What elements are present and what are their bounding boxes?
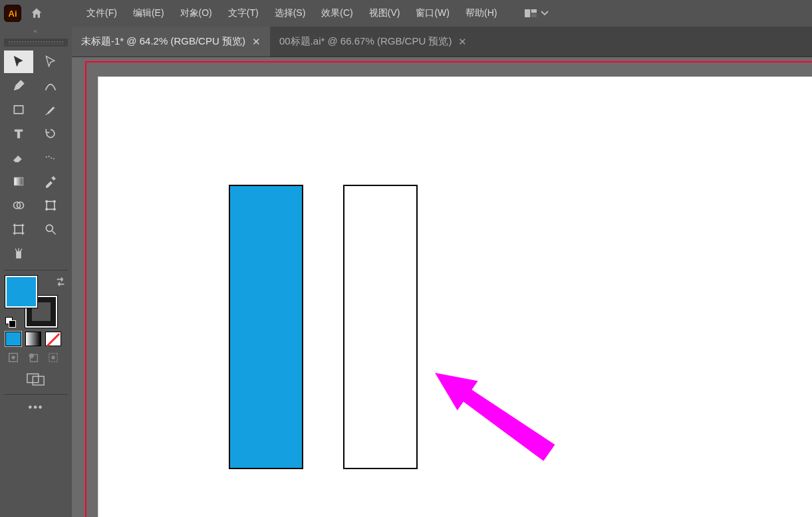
toolbox: « (0, 27, 72, 517)
tool-artboard[interactable] (4, 218, 33, 241)
app-icon: Ai (4, 5, 21, 22)
toolbox-collapse-handle[interactable]: « (0, 27, 72, 36)
menu-type[interactable]: 文字(T) (220, 5, 267, 22)
document-tab-label: 未标题-1* @ 64.2% (RGB/CPU 预览) (81, 35, 245, 48)
menu-edit[interactable]: 编辑(E) (125, 5, 172, 22)
toolbox-divider (4, 270, 68, 270)
draw-inside-icon[interactable] (45, 350, 61, 365)
edit-toolbar-button[interactable]: ••• (0, 397, 72, 420)
menu-window[interactable]: 窗口(W) (408, 5, 458, 22)
svg-point-18 (29, 354, 34, 358)
tool-zoom[interactable] (36, 218, 65, 241)
menu-file[interactable]: 文件(F) (78, 5, 125, 22)
tool-paintbrush[interactable] (36, 98, 65, 121)
artboard (98, 77, 812, 517)
tool-eraser[interactable] (4, 146, 33, 169)
document-tab-2[interactable]: 00标题.ai* @ 66.67% (RGB/CPU 预览) ✕ (270, 27, 476, 56)
tool-type[interactable] (4, 122, 33, 145)
tool-width[interactable] (36, 146, 65, 169)
svg-point-20 (51, 356, 55, 359)
tool-eyedropper[interactable] (36, 170, 65, 193)
svg-rect-0 (525, 9, 530, 17)
svg-rect-1 (531, 9, 537, 13)
tool-free-transform[interactable] (36, 194, 65, 217)
close-icon[interactable]: ✕ (458, 36, 467, 48)
svg-point-9 (53, 201, 55, 203)
svg-point-10 (46, 208, 48, 210)
menu-object[interactable]: 对象(O) (172, 5, 220, 22)
svg-point-13 (46, 225, 53, 231)
main-area: 未标题-1* @ 64.2% (RGB/CPU 预览) ✕ 00标题.ai* @… (72, 27, 812, 517)
document-tab-1[interactable]: 未标题-1* @ 64.2% (RGB/CPU 预览) ✕ (72, 27, 270, 56)
menubar: Ai 文件(F) 编辑(E) 对象(O) 文字(T) 选择(S) 效果(C) 视… (0, 0, 812, 27)
tool-shape-builder[interactable] (4, 194, 33, 217)
draw-behind-icon[interactable] (25, 350, 41, 365)
tool-rectangle[interactable] (4, 98, 33, 121)
none-mode-swatch[interactable] (45, 332, 61, 346)
tool-curvature[interactable] (36, 74, 65, 97)
tool-gradient[interactable] (4, 170, 33, 193)
svg-rect-12 (15, 225, 23, 233)
document-tab-label: 00标题.ai* @ 66.67% (RGB/CPU 预览) (279, 35, 452, 48)
shape-rectangle-blue[interactable] (229, 185, 303, 469)
menu-effect[interactable]: 效果(C) (313, 5, 360, 22)
svg-rect-3 (14, 106, 23, 114)
tool-symbol-sprayer[interactable] (4, 242, 33, 264)
shape-rectangle-white[interactable] (343, 185, 418, 469)
toolbox-divider-2 (4, 394, 68, 395)
swap-fill-stroke-icon[interactable] (55, 276, 67, 288)
close-icon[interactable]: ✕ (252, 36, 261, 48)
menu-help[interactable]: 帮助(H) (458, 5, 505, 22)
fill-swatch[interactable] (5, 276, 37, 308)
menu-select[interactable]: 选择(S) (267, 5, 314, 22)
default-fill-stroke-icon[interactable] (5, 317, 16, 328)
svg-point-11 (53, 208, 55, 210)
tool-selection[interactable] (4, 51, 33, 73)
tool-direct-selection[interactable] (36, 51, 65, 73)
svg-point-8 (46, 201, 48, 203)
workspace-switcher[interactable] (525, 9, 549, 18)
svg-point-16 (11, 356, 15, 359)
tool-pen[interactable] (4, 74, 33, 97)
home-icon[interactable] (28, 5, 45, 22)
document-tabstrip: 未标题-1* @ 64.2% (RGB/CPU 预览) ✕ 00标题.ai* @… (72, 27, 812, 57)
color-mode-swatch[interactable] (5, 332, 21, 346)
fill-stroke-block (4, 274, 68, 329)
svg-rect-7 (47, 201, 55, 209)
svg-rect-4 (14, 177, 23, 185)
tool-rotate[interactable] (36, 122, 65, 145)
svg-rect-14 (17, 252, 21, 258)
toolbox-grip[interactable] (4, 39, 68, 47)
draw-normal-icon[interactable] (5, 350, 21, 365)
screen-mode-button[interactable] (0, 369, 72, 390)
gradient-mode-swatch[interactable] (25, 332, 41, 346)
menu-view[interactable]: 视图(V) (361, 5, 408, 22)
canvas-viewport[interactable] (72, 57, 812, 517)
svg-rect-2 (531, 14, 537, 17)
